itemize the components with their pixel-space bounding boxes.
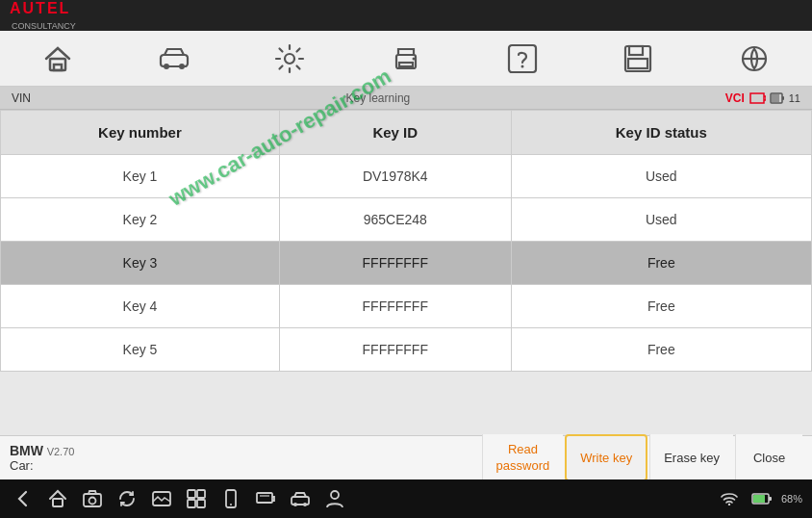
nav-toolbar xyxy=(0,31,812,87)
table-header-row: Key number Key ID Key ID status xyxy=(1,111,812,155)
battery-percent: 68% xyxy=(781,493,802,505)
svg-rect-23 xyxy=(188,490,195,498)
svg-point-33 xyxy=(303,503,307,506)
svg-point-32 xyxy=(293,503,297,506)
table-row[interactable]: Key 5FFFFFFFFFree xyxy=(1,328,812,372)
car-sys-icon[interactable] xyxy=(287,485,314,512)
battery-sys-icon xyxy=(749,485,775,512)
status-bar: VIN Key learning VCI 11 xyxy=(0,87,812,110)
vci-icon xyxy=(749,91,766,105)
svg-rect-17 xyxy=(782,96,784,100)
phone-icon[interactable] xyxy=(217,485,244,512)
svg-point-21 xyxy=(89,498,96,505)
main-table-area: Key number Key ID Key ID status Key 1DV1… xyxy=(0,110,812,372)
col-header-key-id: Key ID xyxy=(279,111,511,155)
key-id-status-cell: Used xyxy=(511,198,811,242)
person-icon[interactable] xyxy=(321,485,348,512)
vci-sys-icon[interactable] xyxy=(252,485,279,512)
svg-point-8 xyxy=(412,57,415,60)
svg-rect-19 xyxy=(53,499,63,506)
battery-number: 11 xyxy=(789,92,800,104)
table-row[interactable]: Key 1DV1978K4Used xyxy=(1,155,812,198)
svg-point-5 xyxy=(285,54,294,64)
car-label: Car: xyxy=(10,458,34,473)
key-number-cell: Key 2 xyxy=(1,198,280,242)
svg-point-35 xyxy=(728,504,730,505)
vin-label: VIN xyxy=(12,91,31,105)
bottom-info: BMW V2.70 Car: xyxy=(10,443,482,473)
key-id-cell: FFFFFFFF xyxy=(279,285,511,328)
read-password-button[interactable]: Readpassword xyxy=(482,434,564,482)
table-row[interactable]: Key 2965CE248Used xyxy=(1,198,812,242)
key-number-cell: Key 4 xyxy=(1,285,280,328)
svg-rect-29 xyxy=(257,493,272,503)
obd-icon[interactable] xyxy=(731,36,777,82)
svg-rect-18 xyxy=(772,94,779,102)
svg-rect-37 xyxy=(769,497,772,501)
car-make: BMW xyxy=(10,443,43,458)
key-id-cell: FFFFFFFF xyxy=(279,328,511,372)
key-table: Key number Key ID Key ID status Key 1DV1… xyxy=(0,110,812,372)
svg-point-34 xyxy=(331,491,339,499)
vci-text: VCI xyxy=(725,91,745,105)
photo-icon[interactable] xyxy=(148,485,175,512)
erase-key-button[interactable]: Erase key xyxy=(649,434,733,482)
write-key-button[interactable]: Write key xyxy=(565,434,647,482)
svg-rect-26 xyxy=(197,500,205,507)
svg-rect-9 xyxy=(509,45,536,72)
svg-rect-24 xyxy=(197,490,205,498)
sys-icons-left xyxy=(10,485,348,512)
key-number-cell: Key 1 xyxy=(1,155,280,198)
print-icon[interactable] xyxy=(383,36,429,82)
key-id-cell: DV1978K4 xyxy=(279,155,511,198)
battery-icon xyxy=(770,91,785,105)
svg-rect-38 xyxy=(753,495,765,503)
key-id-status-cell: Free xyxy=(511,285,811,328)
system-bar: 68% xyxy=(0,479,812,518)
key-number-cell: Key 3 xyxy=(1,242,280,285)
brand-bar: AUTEL CONSULTANCY xyxy=(0,0,812,31)
brand-logo: AUTEL CONSULTANCY xyxy=(10,0,76,31)
svg-rect-7 xyxy=(399,63,413,66)
key-id-cell: FFFFFFFF xyxy=(279,242,511,285)
bottom-bar: BMW V2.70 Car: Readpassword Write key Er… xyxy=(0,435,812,479)
svg-point-28 xyxy=(230,504,232,505)
home-icon[interactable] xyxy=(35,36,81,82)
settings-icon[interactable] xyxy=(266,36,313,82)
table-row[interactable]: Key 3FFFFFFFFFree xyxy=(1,242,812,285)
refresh-icon[interactable] xyxy=(114,485,140,512)
svg-point-10 xyxy=(520,65,523,67)
table-row[interactable]: Key 4FFFFFFFFFree xyxy=(1,285,812,328)
col-header-key-number: Key number xyxy=(1,111,280,155)
grid-icon[interactable] xyxy=(183,485,210,512)
svg-rect-13 xyxy=(628,59,647,68)
svg-point-3 xyxy=(164,64,169,69)
back-icon[interactable] xyxy=(10,485,37,512)
col-header-key-id-status: Key ID status xyxy=(511,111,811,155)
camera-icon[interactable] xyxy=(79,485,106,512)
svg-point-4 xyxy=(179,64,185,69)
car-icon[interactable] xyxy=(151,36,197,82)
svg-rect-1 xyxy=(54,65,62,70)
svg-rect-25 xyxy=(188,500,195,507)
sys-home-icon[interactable] xyxy=(44,485,71,512)
key-number-cell: Key 5 xyxy=(1,328,280,372)
close-button[interactable]: Close xyxy=(735,434,802,482)
key-learning-label: Key learning xyxy=(346,91,411,105)
key-id-status-cell: Used xyxy=(511,155,811,198)
key-id-status-cell: Free xyxy=(511,242,811,285)
vci-status: VCI 11 xyxy=(725,91,800,105)
save-icon[interactable] xyxy=(615,36,661,82)
software-version: V2.70 xyxy=(47,446,75,457)
action-buttons: Readpassword Write key Erase key Close xyxy=(482,434,802,482)
svg-rect-12 xyxy=(629,46,643,55)
sys-icons-right: 68% xyxy=(716,485,802,512)
key-id-cell: 965CE248 xyxy=(279,198,511,242)
help-icon[interactable] xyxy=(499,36,546,82)
wifi-sys-icon xyxy=(716,485,743,512)
key-id-status-cell: Free xyxy=(511,328,811,372)
